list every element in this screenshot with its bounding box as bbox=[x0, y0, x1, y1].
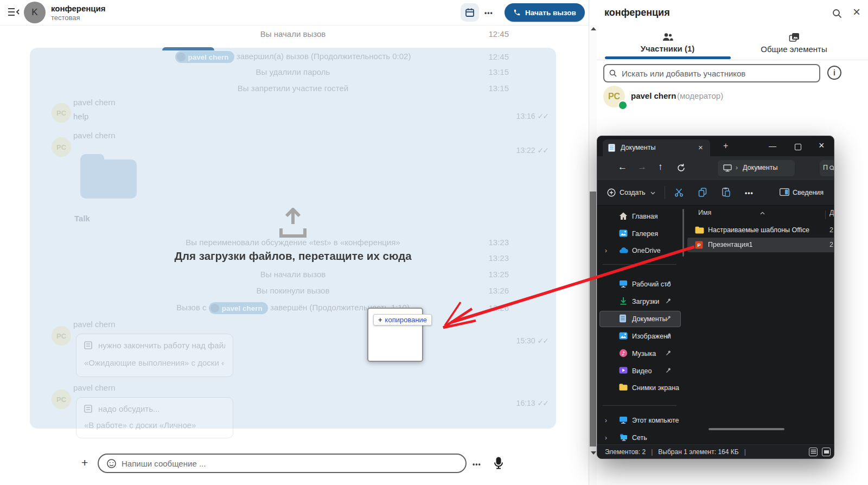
avatar[interactable]: PC bbox=[52, 137, 71, 157]
sidebar-title: конференция bbox=[604, 7, 670, 18]
shared-items-icon bbox=[731, 31, 857, 42]
nav-label: Галерея bbox=[632, 227, 658, 240]
avatar[interactable]: PC bbox=[52, 326, 71, 346]
file-row[interactable]: Настраиваемые шаблоны Office 2 bbox=[687, 223, 834, 238]
breadcrumb[interactable]: › Документы bbox=[718, 160, 795, 176]
refresh-icon[interactable] bbox=[676, 163, 686, 173]
nav-item-pictures[interactable]: Изображени bbox=[597, 330, 682, 343]
new-button-label[interactable]: Создать bbox=[620, 189, 646, 196]
composer-menu-button[interactable]: ••• bbox=[473, 461, 481, 468]
start-call-button[interactable]: Начать вызов bbox=[505, 3, 585, 22]
user-pill[interactable]: pavel chern bbox=[175, 51, 234, 63]
explorer-tab[interactable]: Документы × bbox=[603, 139, 710, 156]
details-button-label[interactable]: Сведения bbox=[793, 189, 824, 196]
column-header-name[interactable]: Имя bbox=[698, 209, 711, 216]
pin-icon bbox=[666, 298, 672, 304]
column-divider[interactable] bbox=[825, 210, 826, 219]
tab-shared-items[interactable]: Общие элементы bbox=[731, 31, 857, 60]
search-icon bbox=[829, 165, 834, 171]
emoji-picker-icon[interactable] bbox=[106, 458, 117, 469]
nav-item-this-pc[interactable]: › Этот компьюте bbox=[597, 414, 682, 427]
avatar[interactable]: PC bbox=[52, 103, 71, 123]
nav-item-documents[interactable]: Документы bbox=[597, 312, 682, 326]
deck-card-message[interactable]: нужно закончить работу над файл «Ожидающ… bbox=[76, 334, 233, 377]
scroll-up-arrow[interactable] bbox=[591, 27, 596, 30]
toolbar-more-button[interactable]: ••• bbox=[745, 189, 754, 197]
nav-pane-scrollbar[interactable] bbox=[682, 209, 684, 257]
system-message-time: 12:45 bbox=[477, 29, 509, 39]
close-window-icon[interactable]: × bbox=[819, 140, 825, 151]
onedrive-icon bbox=[619, 247, 628, 253]
separator: | bbox=[744, 448, 746, 456]
paste-icon[interactable] bbox=[722, 187, 730, 197]
nav-item-videos[interactable]: Видео bbox=[597, 365, 682, 378]
scroll-down-arrow[interactable] bbox=[591, 451, 596, 455]
folder-attachment-icon[interactable] bbox=[80, 154, 137, 199]
column-header-date[interactable]: Д bbox=[829, 209, 834, 216]
nav-item-gallery[interactable]: Галерея bbox=[597, 227, 682, 240]
attachment-label[interactable]: Talk bbox=[74, 214, 90, 223]
pill-name: pavel chern bbox=[188, 53, 229, 61]
conversation-avatar[interactable]: K bbox=[24, 2, 46, 23]
participant-row[interactable]: PC pavel chern (модератор) bbox=[589, 85, 868, 111]
breadcrumb-item[interactable]: Документы bbox=[743, 164, 790, 171]
chevron-expand-icon[interactable]: › bbox=[605, 244, 607, 257]
new-item-icon[interactable] bbox=[607, 188, 616, 197]
large-icons-view-toggle[interactable] bbox=[822, 448, 831, 456]
voice-message-icon[interactable] bbox=[494, 457, 503, 470]
folder-icon bbox=[619, 384, 628, 391]
file-explorer-window[interactable]: Документы × + — × ← → ↑ › Документы bbox=[597, 136, 834, 459]
svg-text:♪: ♪ bbox=[622, 350, 625, 356]
chevron-expand-icon[interactable]: › bbox=[605, 414, 607, 427]
chat-scrollbar[interactable] bbox=[589, 25, 597, 485]
calendar-button[interactable] bbox=[461, 3, 479, 22]
participant-search-input[interactable] bbox=[603, 64, 820, 82]
system-message-time: 13:25 bbox=[477, 270, 509, 279]
pill-cap bbox=[162, 47, 214, 50]
participant-role: (модератор) bbox=[677, 91, 723, 100]
tab-participants[interactable]: Участники (1) bbox=[604, 31, 731, 60]
videos-icon bbox=[619, 367, 628, 374]
chevron-right-icon: › bbox=[736, 164, 738, 171]
scrollbar-thumb[interactable] bbox=[590, 192, 596, 446]
forward-icon[interactable]: → bbox=[637, 162, 647, 173]
back-icon[interactable]: ← bbox=[618, 162, 627, 173]
info-icon[interactable]: i bbox=[827, 66, 841, 80]
conversation-menu-button[interactable]: ••• bbox=[484, 9, 493, 17]
nav-item-network[interactable]: › Сеть bbox=[597, 431, 682, 444]
chevron-expand-icon[interactable]: › bbox=[605, 431, 607, 444]
deck-card-message[interactable]: надо обсудить... «В работе» с доски «Лич… bbox=[76, 397, 233, 438]
explorer-search-box[interactable]: П bbox=[820, 160, 834, 176]
copy-icon[interactable] bbox=[698, 188, 707, 197]
explorer-status-bar: Элементов: 2 | Выбран 1 элемент: 164 КБ … bbox=[597, 444, 834, 459]
pill-name: pavel chern bbox=[222, 304, 263, 312]
message-input[interactable] bbox=[98, 454, 467, 473]
nav-item-music[interactable]: ♪ Музыка bbox=[597, 347, 682, 360]
nav-item-home[interactable]: Главная bbox=[597, 210, 682, 223]
system-message-time: 13:15 bbox=[477, 84, 509, 93]
nav-label: Документы bbox=[632, 312, 667, 326]
search-icon[interactable] bbox=[832, 8, 843, 19]
maximize-icon[interactable] bbox=[795, 144, 801, 150]
nav-item-onedrive[interactable]: › OneDrive bbox=[597, 244, 682, 257]
minimize-icon[interactable]: — bbox=[769, 142, 776, 150]
nav-item-screenshots[interactable]: Снимки экрана bbox=[597, 381, 682, 394]
up-icon[interactable]: ↑ bbox=[658, 162, 663, 173]
status-text: Элементов: 2 | Выбран 1 элемент: 164 КБ … bbox=[605, 448, 746, 456]
file-row-selected[interactable]: P Презентация1 2 bbox=[687, 238, 834, 252]
avatar-initials: PC bbox=[608, 92, 620, 101]
close-icon[interactable]: × bbox=[853, 4, 860, 20]
sidebar-toggle-icon[interactable] bbox=[8, 8, 20, 17]
nav-item-desktop[interactable]: Рабочий сто bbox=[597, 278, 682, 291]
close-tab-icon[interactable]: × bbox=[698, 143, 703, 152]
nav-label: Загрузки bbox=[632, 295, 659, 308]
horizontal-scrollbar[interactable] bbox=[709, 428, 784, 430]
cut-icon[interactable] bbox=[674, 188, 684, 197]
details-pane-icon[interactable] bbox=[780, 188, 789, 196]
avatar[interactable]: PC bbox=[52, 390, 71, 409]
new-tab-button[interactable]: + bbox=[723, 141, 728, 151]
nav-item-downloads[interactable]: Загрузки bbox=[597, 295, 682, 308]
user-pill[interactable]: pavel chern bbox=[209, 302, 268, 314]
attach-file-button[interactable]: + bbox=[81, 456, 88, 469]
details-view-toggle[interactable] bbox=[809, 448, 818, 456]
